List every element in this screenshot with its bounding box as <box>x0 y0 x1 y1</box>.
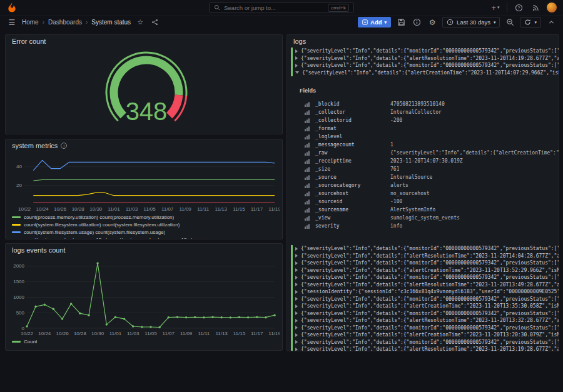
field-stats-icon[interactable] <box>305 191 310 196</box>
field-stats-icon[interactable] <box>305 143 310 148</box>
log-row[interactable]: {"severityLevel":"Info","details":{"aler… <box>287 281 559 289</box>
expand-log-row-icon[interactable] <box>295 276 298 279</box>
zoom-out-icon[interactable] <box>504 16 515 29</box>
svg-text:11/11: 11/11 <box>197 206 209 212</box>
log-row[interactable]: {"severityLevel":"Info","details":{"aler… <box>287 267 559 274</box>
expand-log-row-icon[interactable] <box>295 297 298 301</box>
panel-header[interactable]: logs <box>287 35 559 48</box>
expand-log-row-icon[interactable] <box>295 340 298 344</box>
search-input[interactable]: Search or jump to... cmd+k <box>209 2 354 13</box>
expand-log-row-icon[interactable] <box>295 283 298 286</box>
field-stats-icon[interactable] <box>305 159 310 164</box>
expand-log-row-icon[interactable] <box>295 333 298 337</box>
log-rows-bottom: {"severityLevel":"Info","details":{"moni… <box>287 245 559 351</box>
log-level-bar <box>291 296 293 303</box>
log-row[interactable]: {"severityLevel":"Info","details":{"moni… <box>287 274 559 281</box>
grafana-logo-icon[interactable] <box>6 2 18 13</box>
expand-log-row-icon[interactable] <box>295 56 298 60</box>
log-field-row: _messagecount1 <box>300 141 559 149</box>
log-row[interactable]: {"severityLevel":"Info","details":{"aler… <box>287 331 559 339</box>
log-row[interactable]: {"severityLevel":"Info","details":{"moni… <box>287 62 559 69</box>
log-row[interactable]: {"sessionIdentity":{"sessionId":"c3c166x… <box>287 288 559 296</box>
time-range-picker[interactable]: Last 30 days ▾ <box>442 17 500 28</box>
dashboard-settings-icon[interactable]: ⚙ <box>427 16 438 29</box>
menu-toggle-icon[interactable]: ☰ <box>6 16 18 29</box>
help-icon[interactable]: ? <box>513 1 524 14</box>
field-stats-icon[interactable] <box>305 110 310 115</box>
topbar-actions: +▾ ? <box>490 1 557 14</box>
svg-text:11/03: 11/03 <box>127 331 139 336</box>
expand-log-row-icon[interactable] <box>295 326 298 329</box>
save-dashboard-icon[interactable] <box>395 16 407 29</box>
share-icon[interactable] <box>150 16 160 29</box>
panel-error-count: Error count 348 <box>5 34 283 134</box>
favorite-star-icon[interactable]: ☆ <box>135 16 145 29</box>
legend-label: count(system.filesystem.utilization) cou… <box>24 222 180 228</box>
panel-header[interactable]: system metrics i <box>6 139 282 152</box>
field-stats-icon[interactable] <box>305 175 310 180</box>
collapse-log-row-icon[interactable] <box>295 71 299 74</box>
expand-log-row-icon[interactable] <box>295 304 298 308</box>
field-stats-icon[interactable] <box>305 151 310 156</box>
log-row[interactable]: {"severityLevel":"Info","details":{"aler… <box>287 317 559 324</box>
expand-log-row-icon[interactable] <box>295 247 298 251</box>
expand-log-row-icon[interactable] <box>295 49 298 53</box>
add-button[interactable]: Add ▾ <box>358 17 391 28</box>
expand-log-row-icon[interactable] <box>295 64 298 68</box>
field-stats-icon[interactable] <box>305 167 310 172</box>
log-row[interactable]: {"severityLevel":"Info","details":{"moni… <box>287 245 559 253</box>
refresh-button[interactable]: ▾ <box>520 17 541 28</box>
field-stats-icon[interactable] <box>305 183 310 188</box>
panel-header[interactable]: Error count <box>6 35 282 48</box>
dashboard-insights-icon[interactable] <box>411 16 422 29</box>
log-row[interactable]: {"severityLevel":"Info","details":{"aler… <box>287 303 559 310</box>
scroll-to-top-icon[interactable] <box>545 16 557 29</box>
log-level-bar <box>291 310 293 318</box>
log-row[interactable]: {"severityLevel":"Info","details":{"moni… <box>287 259 559 267</box>
field-stats-icon[interactable] <box>305 208 310 213</box>
legend-item[interactable]: count(system.cpu.load_average.15m) count… <box>12 236 282 239</box>
expand-log-row-icon[interactable] <box>295 311 298 315</box>
field-stats-icon[interactable] <box>305 199 310 204</box>
log-row[interactable]: {"severityLevel":"Info","details":{"aler… <box>287 346 559 351</box>
panel-header[interactable]: logs events count <box>6 244 282 256</box>
log-row[interactable]: {"severityLevel":"Info","details":{"moni… <box>287 48 559 55</box>
field-stats-icon[interactable] <box>305 224 310 229</box>
expand-log-row-icon[interactable] <box>295 319 298 323</box>
panel-info-icon[interactable]: i <box>61 143 67 149</box>
field-stats-icon[interactable] <box>305 216 310 221</box>
log-row[interactable]: {"severityLevel":"Info","details":{"aler… <box>287 55 559 63</box>
field-stats-icon[interactable] <box>305 118 310 123</box>
new-menu-button[interactable]: +▾ <box>490 1 501 14</box>
expand-log-row-icon[interactable] <box>295 254 298 258</box>
user-avatar[interactable] <box>547 3 557 13</box>
log-row[interactable]: {"severityLevel":"Info","details":{"moni… <box>287 310 559 318</box>
legend-item[interactable]: count(system.filesystem.usage) count(sys… <box>12 228 282 236</box>
news-icon[interactable] <box>530 1 541 14</box>
expand-log-row-icon[interactable] <box>295 268 298 272</box>
field-name: _sourceid <box>315 199 385 204</box>
svg-text:10/22: 10/22 <box>21 331 34 336</box>
log-level-bar <box>291 253 293 260</box>
expand-log-row-icon[interactable] <box>295 348 298 351</box>
field-stats-icon[interactable] <box>305 126 310 131</box>
log-row[interactable]: {"severityLevel":"Info","details":{"moni… <box>287 324 559 332</box>
svg-text:11/11: 11/11 <box>198 331 210 336</box>
log-row[interactable]: {"severityLevel":"Info","details":{"moni… <box>287 296 559 303</box>
log-field-row: _sourceid-100 <box>300 198 559 206</box>
legend-item[interactable]: count(system.filesystem.utilization) cou… <box>12 221 282 228</box>
log-row[interactable]: {"severityLevel":"Info","details":{"aler… <box>287 253 559 260</box>
log-row[interactable]: {"severityLevel":"Info","details":{"aler… <box>287 69 559 77</box>
field-stats-icon[interactable] <box>305 134 310 139</box>
log-level-bar <box>291 346 293 351</box>
chevron-down-icon: ▾ <box>534 20 537 25</box>
field-stats-icon[interactable] <box>305 102 310 107</box>
breadcrumb-home[interactable]: Home <box>22 19 39 26</box>
chart-legend: count(process.memory.utilization) count(… <box>6 212 282 239</box>
log-row[interactable]: {"severityLevel":"Info","details":{"moni… <box>287 339 559 346</box>
expand-log-row-icon[interactable] <box>295 261 298 265</box>
expand-log-row-icon[interactable] <box>295 290 298 294</box>
legend-item[interactable]: count(process.memory.utilization) count(… <box>12 213 282 221</box>
breadcrumb-dashboards[interactable]: Dashboards <box>48 19 82 26</box>
legend-item[interactable]: Count <box>12 338 282 345</box>
